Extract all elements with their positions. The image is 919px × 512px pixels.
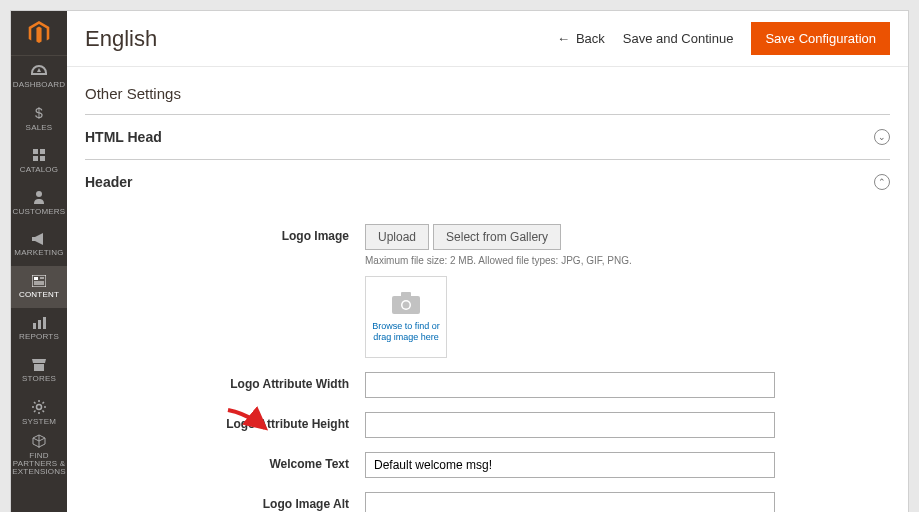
save-continue-button[interactable]: Save and Continue [623, 31, 734, 46]
megaphone-icon [32, 233, 46, 247]
row-logo-image: Logo Image Upload Select from Gallery Ma… [85, 224, 890, 358]
accordion-html-head[interactable]: HTML Head ⌄ [85, 114, 890, 159]
svg-point-5 [36, 191, 42, 197]
svg-point-18 [403, 301, 410, 308]
nav-stores[interactable]: STORES [11, 350, 67, 392]
svg-rect-2 [40, 149, 45, 154]
nav-label: REPORTS [19, 333, 59, 341]
save-config-button[interactable]: Save Configuration [751, 22, 890, 55]
control-logo-image: Upload Select from Gallery Maximum file … [365, 224, 775, 358]
catalog-icon [32, 148, 46, 164]
upload-button[interactable]: Upload [365, 224, 429, 250]
uploader-text: Browse to find or drag image here [372, 321, 440, 343]
dollar-icon: $ [34, 106, 44, 122]
svg-rect-3 [33, 156, 38, 161]
upload-button-group: Upload Select from Gallery [365, 224, 775, 250]
nav-label: CONTENT [19, 291, 59, 299]
upload-hint: Maximum file size: 2 MB. Allowed file ty… [365, 255, 775, 266]
svg-text:$: $ [35, 106, 43, 120]
svg-rect-16 [401, 292, 411, 297]
label-logo-image: Logo Image [85, 224, 365, 243]
nav-content[interactable]: CONTENT [11, 266, 67, 308]
svg-rect-11 [33, 323, 36, 329]
chevron-up-icon: ⌃ [874, 174, 890, 190]
image-uploader[interactable]: Browse to find or drag image here [365, 276, 447, 358]
input-welcome-text[interactable] [365, 452, 775, 478]
nav-label: SYSTEM [22, 418, 56, 426]
nav-reports[interactable]: REPORTS [11, 308, 67, 350]
input-logo-width[interactable] [365, 372, 775, 398]
label-logo-alt: Logo Image Alt [85, 492, 365, 511]
page-header: English ← Back Save and Continue Save Co… [67, 11, 908, 67]
input-logo-height[interactable] [365, 412, 775, 438]
svg-rect-4 [40, 156, 45, 161]
magento-logo-icon [27, 21, 51, 45]
back-label: Back [576, 31, 605, 46]
nav-system[interactable]: SYSTEM [11, 392, 67, 434]
content-icon [32, 275, 46, 289]
page-title: English [85, 26, 557, 52]
label-welcome-text: Welcome Text [85, 452, 365, 471]
nav-customers[interactable]: CUSTOMERS [11, 182, 67, 224]
svg-rect-12 [38, 320, 41, 329]
nav-catalog[interactable]: CATALOG [11, 140, 67, 182]
magento-logo[interactable] [11, 11, 67, 56]
accordion-header[interactable]: Header ⌃ [85, 159, 890, 204]
svg-rect-1 [33, 149, 38, 154]
nav-label: FIND PARTNERS & EXTENSIONS [12, 452, 66, 476]
app-window: DASHBOARD $ SALES CATALOG CUSTOMERS MARK… [10, 10, 909, 512]
nav-marketing[interactable]: MARKETING [11, 224, 67, 266]
nav-label: CATALOG [20, 166, 58, 174]
label-logo-height: Logo Attribute Height [85, 412, 365, 431]
svg-point-14 [37, 405, 42, 410]
gear-icon [32, 400, 46, 416]
back-button[interactable]: ← Back [557, 31, 605, 46]
header-actions: ← Back Save and Continue Save Configurat… [557, 22, 890, 55]
row-welcome-text: Welcome Text [85, 452, 890, 478]
camera-icon [392, 292, 420, 317]
nav-label: SALES [26, 124, 53, 132]
chevron-down-icon: ⌄ [874, 129, 890, 145]
nav-label: DASHBOARD [13, 81, 65, 89]
nav-label: STORES [22, 375, 56, 383]
accordion-title: Header [85, 174, 132, 190]
svg-rect-6 [32, 275, 46, 287]
nav-label: MARKETING [14, 249, 63, 257]
svg-rect-13 [43, 317, 46, 329]
input-logo-alt[interactable] [365, 492, 775, 512]
dashboard-icon [31, 65, 47, 79]
admin-sidebar: DASHBOARD $ SALES CATALOG CUSTOMERS MARK… [11, 11, 67, 512]
stores-icon [32, 359, 46, 373]
accordion-title: HTML Head [85, 129, 162, 145]
nav-sales[interactable]: $ SALES [11, 98, 67, 140]
content-area: Other Settings HTML Head ⌄ Header ⌃ Logo… [67, 67, 908, 512]
reports-icon [32, 317, 46, 331]
other-settings-heading: Other Settings [85, 85, 890, 102]
select-gallery-button[interactable]: Select from Gallery [433, 224, 561, 250]
label-logo-width: Logo Attribute Width [85, 372, 365, 391]
row-logo-width: Logo Attribute Width [85, 372, 890, 398]
nav-label: CUSTOMERS [13, 208, 66, 216]
person-icon [34, 190, 44, 206]
header-form: Logo Image Upload Select from Gallery Ma… [85, 204, 890, 512]
row-logo-alt: Logo Image Alt [85, 492, 890, 512]
svg-rect-7 [34, 277, 38, 280]
nav-dashboard[interactable]: DASHBOARD [11, 56, 67, 98]
nav-partners[interactable]: FIND PARTNERS & EXTENSIONS [11, 434, 67, 476]
arrow-left-icon: ← [557, 31, 570, 46]
partners-icon [32, 434, 46, 450]
row-logo-height: Logo Attribute Height [85, 412, 890, 438]
main-area: English ← Back Save and Continue Save Co… [67, 11, 908, 512]
